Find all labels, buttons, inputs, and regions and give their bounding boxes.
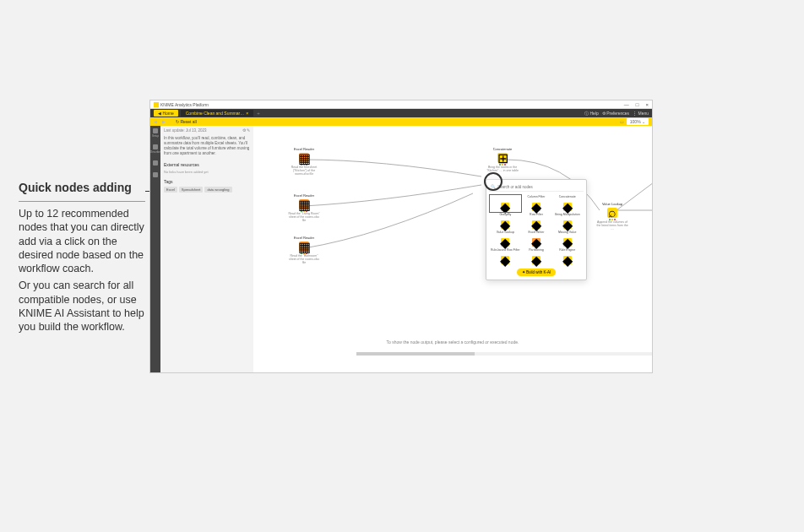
divider	[19, 201, 145, 202]
status-message: To show the node output, please select a…	[253, 337, 652, 347]
reset-button[interactable]: ↻ Reset all	[176, 119, 197, 124]
popup-search[interactable]: 🔍	[489, 182, 584, 192]
node-excel-reader[interactable]: Excel Reader ▦ Read the "Living Room" sh…	[287, 193, 321, 223]
node-value-lookup[interactable]: Value Lookup ⌕ Append the volumes of the…	[595, 202, 629, 231]
app-window: KNIME Analytics Platform — □ × ◀ Home Co…	[149, 100, 653, 373]
topbar: ◀ Home Combine Clean and Summar… × + ⓘ H…	[150, 109, 652, 117]
annotation-text: Up to 12 recommended nodes that you can …	[19, 207, 145, 275]
window-title: KNIME Analytics Platform	[160, 102, 624, 107]
home-button[interactable]: ◀ Home	[154, 110, 178, 117]
workflow-description: In this workflow, you'll read, combine, …	[164, 136, 250, 155]
titlebar: KNIME Analytics Platform — □ ×	[150, 100, 652, 109]
magnifier-highlight	[484, 172, 502, 191]
toolbar: ◀ ▶ ↻ Reset all ▭ 100% ⌄	[150, 117, 652, 126]
popup-node-item[interactable]: Rule Engine◆	[552, 249, 582, 264]
toolbar-item[interactable]: ◀	[154, 119, 157, 124]
build-with-ai-button[interactable]: ✦ Build with K-AI	[517, 269, 557, 276]
toolbar-icon[interactable]: ▭	[620, 119, 624, 124]
popup-node-item[interactable]: GroupBy◆	[491, 214, 520, 229]
last-updated: Last update: Jul 13, 2023	[164, 128, 207, 133]
tab-label: Combine Clean and Summar…	[186, 111, 244, 116]
rail-item[interactable]: Setup	[152, 128, 159, 138]
minimize-button[interactable]: —	[624, 102, 629, 107]
annotation-title: Quick nodes adding	[19, 181, 145, 194]
popup-node-item[interactable]: ◆	[491, 196, 520, 211]
tab-close-icon[interactable]: ×	[246, 111, 248, 116]
zoom-control[interactable]: 100% ⌄	[627, 118, 649, 125]
search-input[interactable]	[497, 185, 582, 189]
maximize-button[interactable]: □	[636, 102, 639, 107]
node-icon: ▦	[299, 199, 309, 209]
left-rail: Setup Describe	[150, 126, 160, 372]
popup-node-item[interactable]: Value Lookup◆	[491, 231, 520, 247]
popup-node-item[interactable]: Excel Writer◆	[522, 231, 551, 247]
app-icon	[154, 102, 159, 107]
side-panel: Last update: Jul 13, 2023 ⚙ ✎ In this wo…	[160, 126, 253, 372]
quick-add-popup: 🔍 ◆Column Filter◆Concatenate◆GroupBy◆Row…	[486, 179, 587, 280]
popup-node-item[interactable]: Missing Value◆	[552, 231, 582, 247]
node-icon: ▦	[299, 153, 309, 163]
rail-item[interactable]: Describe	[152, 144, 159, 154]
annotation-panel: Quick nodes adding Up to 12 recommended …	[19, 181, 145, 337]
edit-icon[interactable]: ⚙ ✎	[242, 128, 250, 133]
tag[interactable]: Spreadsheet	[179, 187, 204, 193]
section-title: Tags	[164, 179, 250, 184]
rail-item[interactable]	[152, 160, 159, 166]
close-button[interactable]: ×	[645, 102, 649, 107]
rail-item[interactable]	[152, 172, 159, 177]
tab-workflow[interactable]: Combine Clean and Summar… ×	[181, 110, 253, 117]
horizontal-scrollbar[interactable]	[356, 352, 652, 356]
popup-node-item[interactable]: String Manipulation◆	[552, 214, 582, 229]
section-note: No links have been added yet	[164, 170, 250, 174]
node-icon: ⊞	[497, 153, 508, 163]
tag[interactable]: Excel	[164, 187, 177, 193]
popup-node-item[interactable]: Concatenate◆	[552, 196, 582, 211]
popup-node-item[interactable]: Column Filter◆	[522, 196, 551, 211]
toolbar-item[interactable]: ▶	[162, 119, 166, 124]
add-tab-button[interactable]: +	[257, 111, 260, 116]
node-icon: ▦	[299, 242, 309, 252]
help-link[interactable]: ⓘ Help	[584, 111, 599, 116]
preferences-link[interactable]: ⚙ Preferences	[602, 111, 629, 116]
node-excel-reader[interactable]: Excel Reader ▦ Read the first sheet ("Ki…	[287, 147, 321, 176]
node-concatenate[interactable]: Concatenate ⊞ Bring the rooms in the "Ki…	[486, 147, 519, 173]
popup-node-item[interactable]: Partitioning◆	[522, 249, 551, 264]
workflow-canvas[interactable]: Excel Reader ▦ Read the first sheet ("Ki…	[253, 126, 652, 372]
tag[interactable]: data wrangling	[204, 187, 231, 193]
popup-node-item[interactable]: Row Filter◆	[522, 214, 551, 229]
menu-button[interactable]: ⋮ Menu	[633, 111, 649, 116]
popup-node-item[interactable]: Rule-based Row Filter◆	[491, 249, 520, 264]
annotation-text: Or you can search for all compatible nod…	[19, 279, 145, 334]
node-icon: ⌕	[607, 208, 617, 218]
node-excel-reader[interactable]: Excel Reader ▦ Read the "Bathroom" sheet…	[287, 236, 321, 265]
section-title: External resources	[164, 162, 250, 167]
